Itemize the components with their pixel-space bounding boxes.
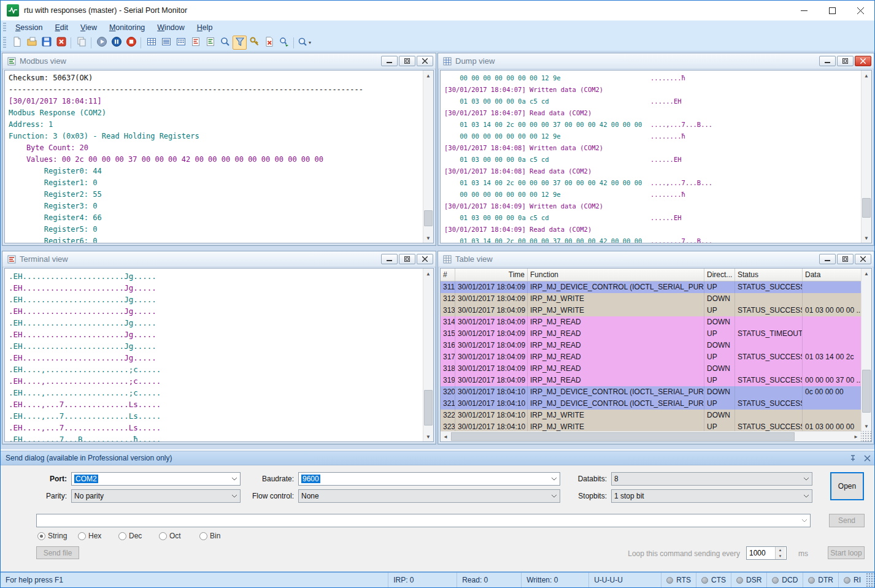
table-row[interactable]: 32130/01/2017 18:04:10IRP_MJ_DEVICE_CONT… <box>441 398 861 410</box>
table-row[interactable]: 31330/01/2017 18:04:09IRP_MJ_WRITEUPSTAT… <box>441 305 861 316</box>
dump-view-content[interactable]: 00 00 00 00 00 00 00 12 9e........ħ[30/0… <box>440 70 872 243</box>
scroll-down-icon[interactable]: ▼ <box>862 233 871 243</box>
radio-hex[interactable]: Hex <box>78 532 118 540</box>
terminal-view-button[interactable] <box>188 36 202 50</box>
pin-icon[interactable] <box>849 454 857 462</box>
column-header-[interactable]: # <box>441 269 455 281</box>
scroll-up-icon[interactable]: ▲ <box>423 71 433 80</box>
modbus-view-titlebar[interactable]: Modbus view <box>2 53 436 69</box>
vertical-scrollbar[interactable]: ▲ ▼ <box>861 71 871 243</box>
send-file-button[interactable]: Send file <box>36 546 79 559</box>
pane-restore-button[interactable] <box>399 254 415 264</box>
table-row[interactable]: 32330/01/2017 18:04:10IRP_MJ_WRITEUPSTAT… <box>441 421 861 431</box>
scrollbar-thumb[interactable] <box>451 432 795 441</box>
minimize-button[interactable] <box>790 1 818 20</box>
vertical-scrollbar[interactable]: ▲ ▼ <box>423 269 433 441</box>
menu-help[interactable]: Help <box>191 22 219 33</box>
open-session-button[interactable] <box>25 36 39 50</box>
continue-search-button[interactable] <box>277 36 291 50</box>
table-row[interactable]: 32230/01/2017 18:04:10IRP_MJ_WRITEDOWN <box>441 410 861 421</box>
scroll-up-icon[interactable]: ▲ <box>862 71 871 80</box>
resize-grip[interactable] <box>866 573 874 587</box>
menu-session[interactable]: Session <box>9 22 48 33</box>
table-header[interactable]: #TimeFunctionDirect...StatusData <box>441 269 861 281</box>
table-view-content[interactable]: #TimeFunctionDirect...StatusData 31130/0… <box>440 268 872 442</box>
pane-close-button[interactable] <box>855 254 871 264</box>
column-header-function[interactable]: Function <box>528 269 704 281</box>
table-row[interactable]: 31430/01/2017 18:04:09IRP_MJ_READDOWN <box>441 316 861 328</box>
pause-monitoring-button[interactable] <box>109 36 123 50</box>
dropdown-arrow-icon[interactable]: ▾ <box>309 40 311 45</box>
menu-window[interactable]: Window <box>151 22 190 33</box>
stop-monitoring-button[interactable] <box>124 36 138 50</box>
clear-button[interactable] <box>262 36 276 50</box>
open-button[interactable]: Open <box>830 472 864 500</box>
scrollbar-thumb[interactable] <box>424 210 433 226</box>
pane-close-button[interactable] <box>417 254 433 264</box>
table-row[interactable]: 31530/01/2017 18:04:09IRP_MJ_READUPSTATU… <box>441 328 861 340</box>
menu-view[interactable]: View <box>74 22 103 33</box>
radio-oct[interactable]: Oct <box>159 532 199 540</box>
toolbar-grip[interactable] <box>3 37 6 48</box>
pane-minimize-button[interactable] <box>381 254 398 264</box>
scrollbar-thumb[interactable] <box>862 370 871 413</box>
new-session-button[interactable] <box>10 36 24 50</box>
radio-dec[interactable]: Dec <box>118 532 159 540</box>
table-view-button[interactable] <box>144 36 158 50</box>
column-header-status[interactable]: Status <box>735 269 803 281</box>
terminal-view-titlebar[interactable]: Terminal view <box>2 251 436 267</box>
table-row[interactable]: 31630/01/2017 18:04:09IRP_MJ_READDOWN <box>441 340 861 351</box>
vertical-scrollbar[interactable]: ▲ ▼ <box>861 269 871 431</box>
modbus-view-button[interactable] <box>203 36 217 50</box>
pane-minimize-button[interactable] <box>819 254 836 264</box>
scroll-right-icon[interactable]: ► <box>851 432 861 441</box>
column-header-time[interactable]: Time <box>455 269 528 281</box>
start-loop-button[interactable]: Start loop <box>828 546 865 559</box>
filter-button[interactable] <box>233 36 247 50</box>
table-row[interactable]: 31830/01/2017 18:04:09IRP_MJ_READDOWN <box>441 363 861 375</box>
close-session-button[interactable] <box>54 36 68 50</box>
zoom-button[interactable]: ▾ <box>297 36 311 50</box>
column-header-data[interactable]: Data <box>803 269 861 281</box>
scroll-up-icon[interactable]: ▲ <box>862 269 871 278</box>
radio-string[interactable]: String <box>37 532 78 540</box>
databits-select[interactable]: 8 <box>611 472 812 486</box>
resize-grip[interactable] <box>861 431 871 441</box>
pane-close-button[interactable] <box>855 56 871 66</box>
terminal-view-content[interactable]: .EH......................Jg......EH.....… <box>4 268 434 442</box>
horizontal-scrollbar[interactable]: ◄ ► <box>441 431 861 441</box>
close-panel-icon[interactable] <box>864 455 871 462</box>
save-session-button[interactable] <box>39 36 53 50</box>
menu-grip[interactable] <box>3 23 6 32</box>
menu-monitoring[interactable]: Monitoring <box>103 22 151 33</box>
column-header-direct[interactable]: Direct... <box>704 269 735 281</box>
table-row[interactable]: 31730/01/2017 18:04:09IRP_MJ_READUPSTATU… <box>441 351 861 363</box>
pane-minimize-button[interactable] <box>819 56 836 66</box>
pane-minimize-button[interactable] <box>381 56 398 66</box>
send-button[interactable]: Send <box>829 514 865 527</box>
pane-close-button[interactable] <box>417 56 433 66</box>
loop-interval-spinner[interactable]: ▲ ▼ <box>746 546 787 560</box>
table-view-titlebar[interactable]: Table view <box>438 251 874 267</box>
scroll-down-icon[interactable]: ▼ <box>862 421 871 431</box>
scroll-left-icon[interactable]: ◄ <box>441 432 450 441</box>
modbus-view-content[interactable]: Checksum: 50637(OK)---------------------… <box>4 70 434 243</box>
scrollbar-thumb[interactable] <box>862 198 871 218</box>
flow-control-select[interactable]: None <box>298 489 560 503</box>
search-button[interactable] <box>218 36 232 50</box>
scroll-down-icon[interactable]: ▼ <box>423 233 433 243</box>
copy-button[interactable] <box>74 36 88 50</box>
table-row[interactable]: 31230/01/2017 18:04:09IRP_MJ_WRITEDOWN <box>441 293 861 305</box>
spinner-up-icon[interactable]: ▲ <box>776 547 785 553</box>
dump-view-titlebar[interactable]: Dump view <box>438 53 874 69</box>
setup-button[interactable] <box>247 36 261 50</box>
parity-select[interactable]: No parity <box>71 489 241 503</box>
pane-restore-button[interactable] <box>837 56 854 66</box>
spinner-down-icon[interactable]: ▼ <box>776 553 785 559</box>
table-row[interactable]: 31130/01/2017 18:04:09IRP_MJ_DEVICE_CONT… <box>441 281 861 293</box>
scroll-down-icon[interactable]: ▼ <box>423 432 433 441</box>
pane-restore-button[interactable] <box>399 56 415 66</box>
menu-edit[interactable]: Edit <box>48 22 74 33</box>
pane-restore-button[interactable] <box>837 254 854 264</box>
maximize-button[interactable] <box>818 1 846 20</box>
